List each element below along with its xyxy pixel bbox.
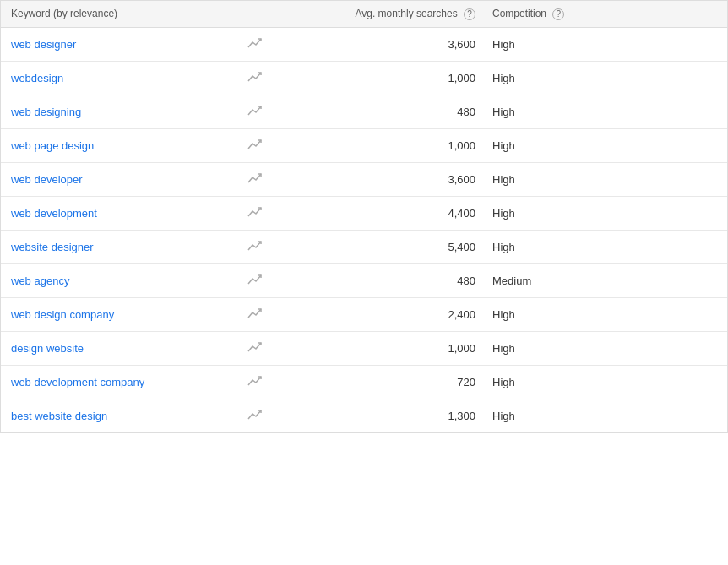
competition-col-header: Competition ? (484, 8, 717, 20)
row-trend-icon (247, 138, 315, 154)
row-competition: High (484, 376, 717, 388)
table-row: web page design 1,000 High (1, 129, 727, 163)
table-header: Keyword (by relevance) Avg. monthly sear… (1, 1, 727, 28)
row-keyword[interactable]: web designing (11, 106, 247, 118)
row-keyword[interactable]: website designer (11, 241, 247, 253)
row-keyword[interactable]: web development (11, 207, 247, 220)
row-searches: 480 (315, 106, 484, 118)
row-searches: 4,400 (315, 207, 484, 220)
table-row: design website 1,000 High (1, 332, 727, 366)
row-competition: High (484, 139, 717, 152)
row-keyword[interactable]: web agency (11, 274, 247, 287)
table-row: web development 4,400 High (1, 197, 727, 231)
row-competition: High (484, 38, 717, 51)
row-trend-icon (247, 408, 315, 424)
keyword-col-header: Keyword (by relevance) (11, 8, 247, 19)
row-keyword[interactable]: web developer (11, 173, 247, 186)
keyword-table: Keyword (by relevance) Avg. monthly sear… (0, 0, 728, 433)
row-trend-icon (247, 273, 315, 289)
row-keyword[interactable]: web development company (11, 376, 247, 388)
competition-help-icon[interactable]: ? (552, 8, 564, 20)
row-searches: 720 (315, 376, 484, 388)
row-trend-icon (247, 205, 315, 221)
row-searches: 1,000 (315, 139, 484, 152)
row-competition: High (484, 308, 717, 321)
row-competition: High (484, 342, 717, 355)
row-competition: High (484, 72, 717, 84)
row-searches: 2,400 (315, 308, 484, 321)
table-body: web designer 3,600 High webdesign 1,000 … (1, 28, 727, 432)
row-searches: 3,600 (315, 38, 484, 51)
row-searches: 1,000 (315, 342, 484, 355)
searches-help-icon[interactable]: ? (464, 8, 475, 20)
row-searches: 480 (315, 274, 484, 287)
row-keyword[interactable]: design website (11, 342, 247, 355)
table-row: best website design 1,300 High (1, 399, 727, 432)
row-competition: Medium (484, 274, 717, 287)
row-keyword[interactable]: web page design (11, 139, 247, 152)
table-row: web design company 2,400 High (1, 298, 727, 332)
row-keyword[interactable]: web design company (11, 308, 247, 321)
table-row: web designer 3,600 High (1, 28, 727, 62)
row-trend-icon (247, 239, 315, 255)
row-trend-icon (247, 340, 315, 356)
row-competition: High (484, 410, 717, 422)
row-searches: 1,300 (315, 410, 484, 422)
row-trend-icon (247, 171, 315, 187)
table-row: website designer 5,400 High (1, 231, 727, 264)
row-trend-icon (247, 104, 315, 120)
row-competition: High (484, 106, 717, 118)
table-row: web developer 3,600 High (1, 163, 727, 197)
row-competition: High (484, 207, 717, 220)
table-row: web agency 480 Medium (1, 264, 727, 298)
row-trend-icon (247, 307, 315, 323)
row-searches: 1,000 (315, 72, 484, 84)
searches-col-header: Avg. monthly searches ? (315, 8, 484, 20)
table-row: webdesign 1,000 High (1, 62, 727, 95)
row-trend-icon (247, 36, 315, 52)
row-trend-icon (247, 70, 315, 86)
row-keyword[interactable]: best website design (11, 410, 247, 422)
table-row: web development company 720 High (1, 366, 727, 399)
row-searches: 5,400 (315, 241, 484, 253)
row-competition: High (484, 241, 717, 253)
row-keyword[interactable]: web designer (11, 38, 247, 51)
row-keyword[interactable]: webdesign (11, 72, 247, 84)
row-searches: 3,600 (315, 173, 484, 186)
row-competition: High (484, 173, 717, 186)
table-row: web designing 480 High (1, 95, 727, 129)
row-trend-icon (247, 374, 315, 390)
